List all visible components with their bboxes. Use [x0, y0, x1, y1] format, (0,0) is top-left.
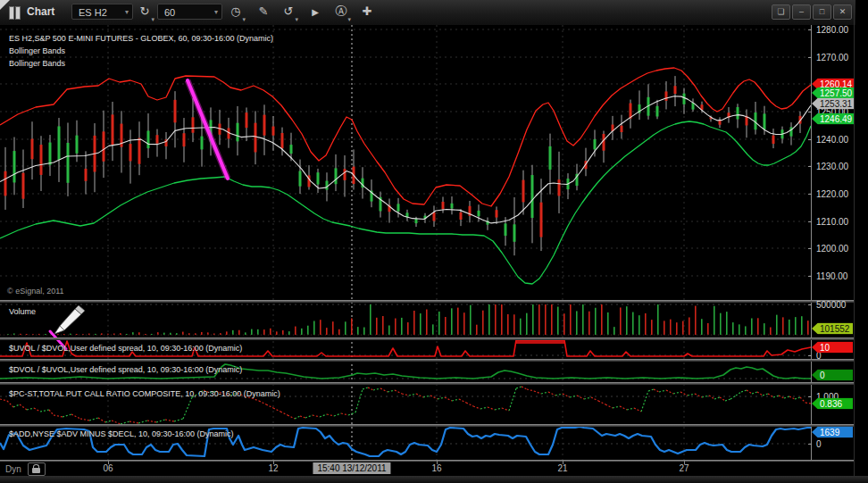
chevron-down-icon: ▾	[151, 16, 154, 22]
pointer-mode-button[interactable]: ✚	[357, 3, 377, 21]
panel-divider[interactable]	[0, 337, 854, 340]
panel-label-dvol: $DVOL / $UVOL,User defined spread, 10, 0…	[9, 365, 242, 374]
play-icon: ▶	[312, 7, 319, 17]
axis-tick-label: 1280.00	[816, 25, 848, 35]
price-badge: 10	[812, 342, 853, 354]
time-tick-mark	[273, 461, 274, 464]
price-badge: 1257.50	[812, 87, 855, 99]
dyn-label: Dyn	[5, 464, 21, 474]
axis-tick-mark	[808, 29, 812, 30]
study-label: Bollinger Bands	[9, 46, 65, 55]
axis-tick-mark	[808, 396, 812, 397]
reload-button[interactable]: ↺ ▾	[279, 3, 298, 21]
chevron-down-icon: ▾	[295, 16, 298, 22]
pencil-cursor	[60, 309, 81, 330]
esignal-chart-window: Chart ES H2 ▾ ↻ ▾ 60 ▾ ◷ ▾ ✎ ↺ ▾ ▶ Ⓐ ▾	[0, 0, 868, 483]
reload-icon: ↺	[284, 4, 294, 18]
time-tick-mark	[563, 461, 563, 464]
axis-tick-mark	[808, 221, 812, 222]
axis-tick-label: 1210.00	[816, 217, 848, 227]
axis-tick-mark	[808, 139, 812, 140]
price-badge: 0	[812, 370, 853, 381]
minimize-button[interactable]: –	[792, 4, 811, 20]
time-axis-label: 06	[103, 463, 113, 473]
close-icon: ✕	[839, 7, 847, 16]
chart-window-icon	[8, 6, 21, 18]
panel-label-putcall: $PC-ST,TOTAL PUT CALL RATIO COMPOSITE, 1…	[9, 389, 280, 398]
panel-divider[interactable]	[0, 424, 854, 427]
toolbar: Chart ES H2 ▾ ↻ ▾ 60 ▾ ◷ ▾ ✎ ↺ ▾ ▶ Ⓐ ▾	[0, 0, 855, 26]
letter-a-icon: Ⓐ	[336, 4, 347, 18]
panel-divider[interactable]	[0, 359, 854, 362]
study-label: Bollinger Bands	[9, 59, 65, 68]
axis-tick-mark	[808, 194, 812, 195]
auto-refresh-button[interactable]: Ⓐ ▾	[331, 3, 351, 21]
symbol-lookup-icon: ↻	[140, 4, 150, 18]
axis-tick-mark	[808, 166, 812, 167]
price-badge: 1253.31	[812, 98, 855, 110]
chevron-down-icon[interactable]: ▾	[125, 4, 129, 21]
axis-tick-mark	[808, 276, 812, 277]
float-window-button[interactable]: ❏	[772, 4, 790, 20]
time-tick-mark	[108, 461, 109, 464]
axis-tick-mark	[808, 444, 812, 445]
interval-value: 60	[164, 7, 175, 18]
axis-tick-label: 1270.00	[816, 53, 848, 62]
screen-corner-artifact	[0, 0, 10, 10]
crosshair-timestamp: 15:40 13/12/2011	[313, 462, 390, 474]
axis-tick-mark	[808, 248, 812, 249]
time-interval-button[interactable]: ◷ ▾	[226, 3, 246, 21]
panel-divider[interactable]	[0, 300, 854, 303]
axis-tick-label: 1240.00	[816, 135, 848, 145]
axis-tick-mark	[808, 355, 812, 356]
crosshair-icon: ✚	[363, 4, 372, 18]
panel-label-uvol: $UVOL / $DVOL,User defined spread, 10, 0…	[9, 344, 242, 353]
play-button[interactable]: ▶	[305, 3, 325, 21]
axis-tick-mark	[808, 57, 812, 58]
maximize-button[interactable]: □	[813, 4, 831, 20]
time-axis: Dyn 0612162127 15:40 13/12/2011	[0, 462, 868, 476]
symbol-lookup-button[interactable]: ↻ ▾	[135, 3, 154, 21]
axis-tick-mark	[808, 112, 812, 112]
copyright-label: © eSignal, 2011	[7, 287, 64, 296]
time-axis-label: 21	[557, 463, 567, 473]
symbol-combo[interactable]: ES H2 ▾	[71, 4, 133, 20]
window-bottom-edge	[0, 476, 868, 483]
window-right-edge	[854, 0, 855, 476]
panel-label-volume: Volume	[9, 307, 36, 316]
symbol-value: ES H2	[79, 7, 107, 18]
price-badge: 1639	[812, 427, 853, 438]
axis-tick-label: 1220.00	[816, 189, 848, 199]
chart-area: ES H2,S&P 500 E-MINI FUTURES - GLOBEX, 6…	[0, 25, 868, 476]
clock-icon: ◷	[230, 4, 240, 18]
axis-tick-label: 1190.00	[816, 271, 847, 281]
panel-label-add: $ADD,NYSE $ADV MINUS $DECL, 10, 09:30-16…	[9, 429, 234, 438]
time-axis-label: 27	[679, 463, 689, 473]
lock-scale-icon[interactable]	[28, 462, 46, 476]
axis-tick-mark	[808, 304, 812, 305]
draw-tool-button[interactable]: ✎	[254, 3, 273, 21]
close-button[interactable]: ✕	[833, 4, 852, 20]
price-badge: 0.836	[812, 398, 853, 410]
time-axis-label: 12	[268, 463, 278, 473]
time-tick-mark	[684, 461, 685, 464]
pencil-icon: ✎	[259, 4, 269, 18]
price-badge: 101552	[812, 323, 853, 335]
chevron-down-icon: ▾	[242, 16, 246, 22]
window-title: Chart	[27, 5, 54, 18]
float-window-icon: ❏	[777, 7, 784, 16]
chevron-down-icon: ▾	[347, 16, 351, 22]
time-axis-label: 16	[431, 463, 441, 473]
axis-tick-label: 0	[816, 439, 822, 449]
maximize-icon: □	[820, 7, 824, 16]
axis-tick-label: 1230.00	[816, 162, 848, 171]
panel-divider[interactable]	[0, 382, 854, 385]
minimize-icon: –	[799, 7, 804, 16]
time-tick-mark	[437, 461, 438, 464]
axis-tick-label: 500000	[816, 300, 846, 310]
price-badge: 1246.49	[812, 113, 855, 125]
chart-title: ES H2,S&P 500 E-MINI FUTURES - GLOBEX, 6…	[9, 34, 273, 43]
axis-tick-label: 1200.00	[816, 244, 848, 254]
chevron-down-icon[interactable]: ▾	[214, 4, 218, 21]
interval-combo[interactable]: 60 ▾	[157, 4, 222, 20]
